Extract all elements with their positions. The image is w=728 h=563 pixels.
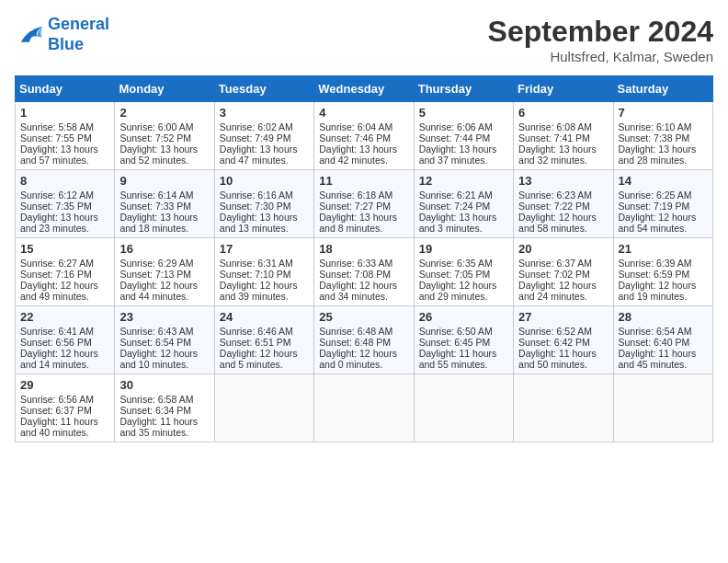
- day-number: 12: [419, 174, 508, 188]
- calendar-cell: 20Sunrise: 6:37 AMSunset: 7:02 PMDayligh…: [514, 238, 613, 306]
- daylight-text: Daylight: 11 hours and 55 minutes.: [419, 348, 497, 370]
- day-number: 2: [119, 106, 209, 120]
- daylight-text: Daylight: 11 hours and 45 minutes.: [619, 348, 697, 370]
- day-number: 5: [419, 106, 508, 120]
- daylight-text: Daylight: 13 hours and 52 minutes.: [119, 144, 198, 166]
- day-number: 4: [319, 106, 408, 120]
- daylight-text: Daylight: 13 hours and 18 minutes.: [119, 212, 198, 234]
- sunset-text: Sunset: 7:49 PM: [220, 132, 291, 144]
- calendar-cell: 26Sunrise: 6:50 AMSunset: 6:45 PMDayligh…: [414, 306, 513, 374]
- calendar-cell: [414, 374, 513, 442]
- sunrise-text: Sunrise: 6:23 AM: [518, 190, 592, 201]
- sunrise-text: Sunrise: 6:02 AM: [220, 121, 293, 132]
- daylight-text: Daylight: 13 hours and 28 minutes.: [619, 144, 697, 166]
- calendar-cell: 29Sunrise: 6:56 AMSunset: 6:37 PMDayligh…: [16, 374, 115, 442]
- day-number: 23: [119, 310, 209, 324]
- calendar-cell: 11Sunrise: 6:18 AMSunset: 7:27 PMDayligh…: [314, 170, 414, 238]
- daylight-text: Daylight: 13 hours and 3 minutes.: [419, 212, 497, 234]
- day-number: 20: [518, 242, 608, 256]
- day-number: 19: [419, 242, 508, 256]
- sunrise-text: Sunrise: 6:06 AM: [419, 121, 493, 132]
- sunset-text: Sunset: 6:48 PM: [319, 337, 391, 348]
- calendar-week-row: 22Sunrise: 6:41 AMSunset: 6:56 PMDayligh…: [16, 306, 713, 374]
- calendar-cell: 8Sunrise: 6:12 AMSunset: 7:35 PMDaylight…: [16, 170, 115, 238]
- sunset-text: Sunset: 7:24 PM: [419, 201, 491, 212]
- logo: General Blue: [15, 15, 109, 54]
- sunrise-text: Sunrise: 6:37 AM: [518, 258, 592, 269]
- sunrise-text: Sunrise: 6:14 AM: [119, 190, 193, 201]
- day-number: 18: [319, 242, 408, 256]
- daylight-text: Daylight: 13 hours and 8 minutes.: [319, 212, 397, 234]
- location: Hultsfred, Kalmar, Sweden: [488, 49, 713, 64]
- calendar-cell: 30Sunrise: 6:58 AMSunset: 6:34 PMDayligh…: [115, 374, 214, 442]
- calendar-cell: 3Sunrise: 6:02 AMSunset: 7:49 PMDaylight…: [214, 102, 313, 170]
- daylight-text: Daylight: 12 hours and 0 minutes.: [319, 348, 397, 370]
- sunset-text: Sunset: 7:08 PM: [319, 269, 391, 280]
- daylight-text: Daylight: 12 hours and 5 minutes.: [220, 348, 298, 370]
- column-header-wednesday: Wednesday: [314, 76, 414, 102]
- daylight-text: Daylight: 13 hours and 42 minutes.: [319, 144, 397, 166]
- calendar-cell: 27Sunrise: 6:52 AMSunset: 6:42 PMDayligh…: [514, 306, 613, 374]
- logo-icon: [15, 22, 44, 48]
- calendar-header-row: SundayMondayTuesdayWednesdayThursdayFrid…: [16, 76, 713, 102]
- sunrise-text: Sunrise: 6:29 AM: [119, 258, 193, 269]
- day-number: 8: [20, 174, 109, 188]
- day-number: 9: [119, 174, 209, 188]
- sunrise-text: Sunrise: 6:56 AM: [20, 394, 94, 405]
- calendar-cell: 14Sunrise: 6:25 AMSunset: 7:19 PMDayligh…: [613, 170, 712, 238]
- calendar-cell: 13Sunrise: 6:23 AMSunset: 7:22 PMDayligh…: [514, 170, 613, 238]
- sunset-text: Sunset: 7:10 PM: [220, 269, 291, 280]
- sunrise-text: Sunrise: 6:27 AM: [20, 258, 94, 269]
- sunset-text: Sunset: 7:27 PM: [319, 201, 391, 212]
- sunrise-text: Sunrise: 6:31 AM: [220, 258, 293, 269]
- sunset-text: Sunset: 7:35 PM: [20, 201, 92, 212]
- calendar-week-row: 29Sunrise: 6:56 AMSunset: 6:37 PMDayligh…: [16, 374, 713, 442]
- day-number: 6: [518, 106, 608, 120]
- day-number: 17: [220, 242, 309, 256]
- day-number: 3: [220, 106, 309, 120]
- day-number: 15: [20, 242, 109, 256]
- sunrise-text: Sunrise: 6:08 AM: [518, 121, 592, 132]
- calendar-week-row: 1Sunrise: 5:58 AMSunset: 7:55 PMDaylight…: [16, 102, 713, 170]
- daylight-text: Daylight: 12 hours and 29 minutes.: [419, 280, 497, 302]
- sunset-text: Sunset: 7:30 PM: [220, 201, 291, 212]
- sunset-text: Sunset: 7:02 PM: [518, 269, 590, 280]
- daylight-text: Daylight: 13 hours and 37 minutes.: [419, 144, 497, 166]
- daylight-text: Daylight: 12 hours and 54 minutes.: [619, 212, 697, 234]
- month-year: September 2024: [488, 15, 713, 49]
- calendar-cell: 21Sunrise: 6:39 AMSunset: 6:59 PMDayligh…: [613, 238, 712, 306]
- sunset-text: Sunset: 6:40 PM: [619, 337, 690, 348]
- daylight-text: Daylight: 12 hours and 19 minutes.: [619, 280, 697, 302]
- sunrise-text: Sunrise: 6:33 AM: [319, 258, 392, 269]
- column-header-saturday: Saturday: [613, 76, 712, 102]
- calendar-cell: [214, 374, 313, 442]
- daylight-text: Daylight: 13 hours and 23 minutes.: [20, 212, 98, 234]
- calendar-cell: 28Sunrise: 6:54 AMSunset: 6:40 PMDayligh…: [613, 306, 712, 374]
- calendar-cell: 2Sunrise: 6:00 AMSunset: 7:52 PMDaylight…: [115, 102, 214, 170]
- calendar-cell: 6Sunrise: 6:08 AMSunset: 7:41 PMDaylight…: [514, 102, 613, 170]
- column-header-monday: Monday: [115, 76, 214, 102]
- calendar-cell: 24Sunrise: 6:46 AMSunset: 6:51 PMDayligh…: [214, 306, 313, 374]
- sunrise-text: Sunrise: 6:25 AM: [619, 190, 692, 201]
- sunrise-text: Sunrise: 6:46 AM: [220, 326, 293, 337]
- sunrise-text: Sunrise: 6:48 AM: [319, 326, 392, 337]
- day-number: 11: [319, 174, 408, 188]
- day-number: 13: [518, 174, 608, 188]
- calendar-cell: 22Sunrise: 6:41 AMSunset: 6:56 PMDayligh…: [16, 306, 115, 374]
- title-block: September 2024 Hultsfred, Kalmar, Sweden: [488, 15, 713, 64]
- column-header-sunday: Sunday: [16, 76, 115, 102]
- day-number: 21: [619, 242, 708, 256]
- sunset-text: Sunset: 6:45 PM: [419, 337, 491, 348]
- sunset-text: Sunset: 6:51 PM: [220, 337, 291, 348]
- sunset-text: Sunset: 6:34 PM: [119, 405, 191, 416]
- column-header-thursday: Thursday: [414, 76, 513, 102]
- day-number: 14: [619, 174, 708, 188]
- calendar-week-row: 8Sunrise: 6:12 AMSunset: 7:35 PMDaylight…: [16, 170, 713, 238]
- sunrise-text: Sunrise: 6:18 AM: [319, 190, 392, 201]
- sunrise-text: Sunrise: 6:10 AM: [619, 121, 692, 132]
- sunset-text: Sunset: 7:44 PM: [419, 132, 491, 144]
- calendar-table: SundayMondayTuesdayWednesdayThursdayFrid…: [15, 75, 713, 442]
- day-number: 10: [220, 174, 309, 188]
- calendar-cell: 25Sunrise: 6:48 AMSunset: 6:48 PMDayligh…: [314, 306, 414, 374]
- daylight-text: Daylight: 11 hours and 35 minutes.: [119, 416, 198, 438]
